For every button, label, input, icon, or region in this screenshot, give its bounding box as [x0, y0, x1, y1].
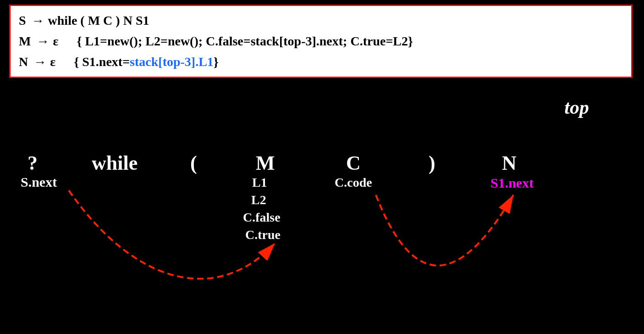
- stack-area: top ? S.next while ( M L1 L2 C.false C.t…: [0, 96, 644, 334]
- stack-attr-ccode: C.code: [335, 175, 372, 190]
- grammar-line-1: S → while ( M C ) N S1: [19, 11, 623, 29]
- stack-attr-s1next: S1.next: [490, 175, 534, 191]
- arrow-svg: [0, 96, 644, 334]
- stack-item-rparen: ): [429, 151, 435, 175]
- arrow-2: →: [36, 32, 49, 50]
- action-N-prefix: { S1.next=stack[top-3].L1}: [74, 53, 219, 71]
- stack-attr-snext: S.next: [21, 174, 57, 190]
- rhs-epsilon-N: ε: [50, 53, 55, 71]
- rhs-1: while ( M C ) N S1: [48, 11, 149, 29]
- grammar-line-3: N → ε { S1.next=stack[top-3].L1}: [19, 53, 623, 71]
- arrow-3: →: [33, 53, 46, 71]
- stack-item-q: ?: [28, 151, 38, 175]
- stack-attr-ctrue: C.true: [245, 228, 281, 242]
- grammar-box: S → while ( M C ) N S1 M → ε { L1=new();…: [9, 5, 633, 78]
- stack-attr-cfalse: C.false: [243, 210, 281, 225]
- arrow-1: →: [32, 11, 44, 29]
- stack-item-C: C: [346, 151, 361, 175]
- action-N-blue: stack[top-3].L1: [130, 55, 214, 69]
- stack-item-lparen: (: [190, 151, 197, 175]
- lhs-M: M: [19, 32, 31, 50]
- stack-attr-L2: L2: [251, 193, 266, 207]
- stack-item-M: M: [256, 151, 275, 175]
- top-label: top: [564, 96, 589, 118]
- grammar-line-2: M → ε { L1=new(); L2=new(); C.false=stac…: [19, 32, 623, 50]
- stack-item-while: while: [92, 151, 138, 175]
- rhs-epsilon-M: ε: [53, 32, 58, 50]
- lhs-S: S: [19, 11, 26, 29]
- action-M: { L1=new(); L2=new(); C.false=stack[top-…: [77, 32, 413, 50]
- lhs-N: N: [19, 53, 28, 71]
- action-N-suffix: }: [214, 55, 219, 69]
- stack-attr-L1: L1: [252, 175, 267, 190]
- stack-item-N: N: [502, 151, 517, 175]
